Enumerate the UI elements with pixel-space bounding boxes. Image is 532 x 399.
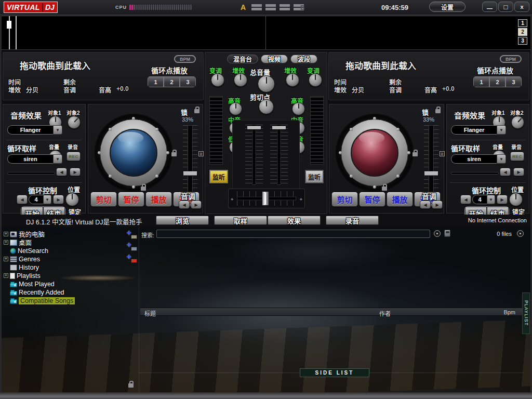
play-button[interactable]: 播放 (387, 192, 413, 207)
key-down-button[interactable] (420, 201, 431, 209)
dropdown-arrow-icon[interactable] (497, 125, 506, 135)
loop-double-button[interactable] (497, 195, 508, 204)
right-treble-knob[interactable] (292, 102, 305, 115)
cue-3-button[interactable]: 3 (506, 76, 522, 87)
expand-icon[interactable] (4, 240, 8, 245)
deck-a-jog-wheel[interactable] (96, 115, 171, 191)
pitch-slider-handle[interactable] (424, 171, 438, 176)
fx-param2-knob[interactable] (511, 116, 524, 129)
left-gain-knob[interactable] (234, 73, 247, 87)
cue-button[interactable]: 剪切 (331, 192, 358, 207)
master-volume-knob[interactable] (258, 75, 275, 92)
left-treble-knob[interactable] (229, 102, 242, 115)
search-input[interactable] (156, 230, 430, 238)
crossfader-right-plus-icon[interactable]: + (300, 197, 302, 202)
tree-item-desktop[interactable]: 桌面 (4, 238, 32, 246)
tab-mixer[interactable]: 混音台 (227, 55, 258, 63)
cue-button[interactable]: 剪切 (90, 192, 117, 207)
cue-3-button[interactable]: 3 (180, 76, 196, 87)
effect-select[interactable]: Flanger (7, 125, 62, 135)
tab-sampler[interactable]: 取样 (214, 216, 267, 225)
browser-lock-icon[interactable] (128, 383, 134, 388)
tree-item-playlists[interactable]: Playlists (4, 272, 41, 280)
effect-select[interactable]: Flanger (451, 125, 506, 135)
pitch-zero-button[interactable]: 0 (440, 151, 445, 156)
sampler-rec-button[interactable]: REC (66, 152, 81, 161)
maximize-button[interactable] (498, 2, 513, 12)
tab-browse[interactable]: 浏览 (156, 216, 209, 225)
deck-b-jog-wheel[interactable] (337, 115, 413, 191)
sample-prev-button[interactable] (56, 168, 67, 176)
deck-b-info-panel[interactable]: 拖动歌曲到此载入 BPM 循环点播放 1 2 3 时间 剩余 增效 分贝 音调 … (328, 52, 529, 100)
deck-b-pitch-slider[interactable] (424, 125, 438, 194)
tree-item-compatible-songs[interactable]: Compatible Songs (4, 297, 75, 304)
sample-prev-button[interactable] (500, 168, 511, 176)
tree-item-recently-added[interactable]: Recently Added (4, 288, 64, 296)
deck-a-info-panel[interactable]: 拖动歌曲到此载入 BPM 循环点播放 1 2 3 时间 剩余 增效 分贝 音调 … (3, 52, 204, 100)
jog-lock-icon[interactable] (382, 187, 387, 191)
settings-button[interactable]: 设置 (429, 2, 466, 12)
playlist-side-tab[interactable]: PLAYLIST (522, 292, 530, 334)
loop-position-knob[interactable] (509, 193, 523, 206)
tree-item-netsearch[interactable]: NetSearch (4, 247, 48, 255)
cue-2-button[interactable]: 2 (489, 76, 506, 87)
column-artist[interactable]: 作者 (379, 309, 391, 317)
column-title[interactable]: 标题 (144, 309, 156, 317)
sample-select[interactable]: siren (7, 154, 62, 164)
dropdown-arrow-icon[interactable] (43, 195, 51, 204)
zoom-level-1-button[interactable]: 1 (518, 19, 527, 27)
fx-param2-knob[interactable] (68, 116, 81, 129)
fader-handle[interactable] (247, 126, 261, 130)
cue-1-button[interactable]: 1 (148, 76, 164, 87)
pitch-lock-icon[interactable] (435, 109, 441, 113)
sample-next-button[interactable] (70, 168, 81, 176)
dropdown-arrow-icon[interactable] (53, 125, 62, 135)
column-bpm[interactable]: Bpm (503, 309, 515, 315)
cue-1-button[interactable]: 1 (473, 76, 489, 87)
jog-lock-icon[interactable] (141, 187, 146, 191)
close-button[interactable] (514, 2, 529, 12)
tree-item-most-played[interactable]: Most Played (4, 280, 55, 288)
waveform-display[interactable]: 1 2 3 (2, 16, 530, 50)
pitch-lock-icon[interactable] (194, 109, 200, 113)
left-pfl-button[interactable]: 监听 (209, 170, 228, 183)
add-virtual-folder-icon[interactable]: + (127, 242, 137, 251)
loop-position-knob[interactable] (65, 193, 79, 206)
tab-record[interactable]: 录音 (326, 216, 379, 225)
right-gain-knob[interactable] (286, 73, 299, 87)
minimize-button[interactable] (482, 2, 497, 12)
channel-b-fader[interactable] (270, 125, 288, 185)
stop-button[interactable]: 暂停 (359, 192, 385, 207)
tree-item-history[interactable]: History (4, 263, 39, 271)
side-list-header[interactable]: SIDE LIST (300, 368, 369, 377)
tab-band[interactable]: 波段 (290, 55, 317, 63)
play-button[interactable]: 播放 (145, 192, 172, 207)
tab-effects[interactable]: 效果 (268, 216, 321, 225)
zoom-level-3-button[interactable]: 3 (518, 37, 527, 45)
channel-a-fader[interactable] (245, 125, 263, 185)
right-pfl-button[interactable]: 监听 (305, 170, 324, 183)
key-up-button[interactable] (191, 201, 202, 209)
crossfader-handle[interactable] (262, 191, 269, 206)
add-favorite-folder-icon[interactable]: + (127, 230, 137, 239)
loop-length-select[interactable]: 4 (29, 195, 51, 204)
dropdown-arrow-icon[interactable] (53, 154, 62, 164)
expand-icon[interactable] (4, 232, 8, 236)
deck-a-pitch-slider[interactable] (183, 125, 197, 194)
key-up-button[interactable] (432, 201, 443, 209)
loop-half-button[interactable] (17, 195, 28, 204)
loop-length-select[interactable]: 4 (472, 195, 495, 204)
key-down-button[interactable] (179, 201, 190, 209)
fader-handle[interactable] (272, 126, 286, 130)
crossfader-left-plus-icon[interactable]: + (231, 197, 233, 202)
netsearch-icon[interactable] (444, 230, 450, 237)
pitch-zero-button[interactable]: 0 (198, 151, 204, 156)
stop-button[interactable]: 暂停 (118, 192, 144, 207)
result-scope-icon[interactable] (517, 230, 524, 237)
tree-item-my-computer[interactable]: 我的电脑 (4, 230, 45, 238)
dropdown-arrow-icon[interactable] (487, 195, 495, 204)
zoom-level-2-button[interactable]: 2 (518, 28, 527, 36)
sample-next-button[interactable] (513, 168, 524, 176)
crossfader[interactable]: + + (228, 189, 305, 208)
tab-video[interactable]: 视频 (261, 55, 288, 63)
